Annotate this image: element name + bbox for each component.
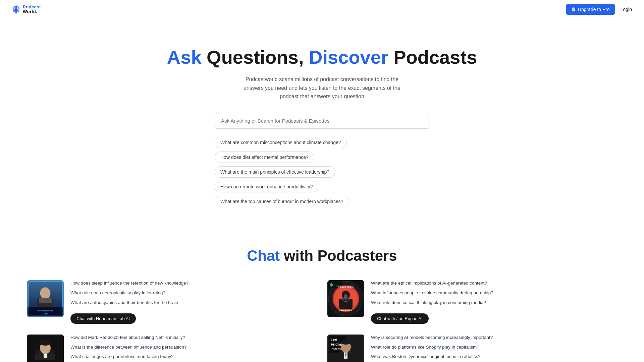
jre-q1: What are the ethical implications of AI-… <box>371 280 617 287</box>
svg-rect-5 <box>15 7 17 10</box>
search-input[interactable] <box>215 113 429 129</box>
svg-text:HUBERMAN: HUBERMAN <box>38 309 53 312</box>
doac-thumbnail: DOAC THE DIARY OF A CEO <box>27 335 64 362</box>
lex-questions: Why is securing AI models becoming incre… <box>371 335 617 362</box>
svg-text:DOAC: DOAC <box>38 361 52 362</box>
jre-q3: What role does critical thinking play in… <box>371 300 617 306</box>
lex-q1: Why is securing AI models becoming incre… <box>371 335 617 341</box>
doac-q1: How did Mark Randolph feel about selling… <box>70 335 317 341</box>
logo-icon <box>11 4 21 15</box>
svg-text:Lex: Lex <box>331 338 337 342</box>
svg-point-11 <box>40 287 51 299</box>
lex-artwork: Lex Fridman Podcast <box>327 335 364 362</box>
hero-section: Ask Questions, Discover Podcasts Podcast… <box>0 19 644 227</box>
doac-questions: How did Mark Randolph feel about selling… <box>70 335 317 362</box>
svg-text:Podcast: Podcast <box>331 347 342 351</box>
huberman-artwork: HUBERMAN LAB <box>28 280 63 317</box>
hero-subtitle: Podcastworld scans millions of podcast c… <box>235 75 409 101</box>
suggestion-pill-4[interactable]: How can remote work enhance productivity… <box>215 181 318 192</box>
suggestion-pill-3[interactable]: What are the main principles of effectiv… <box>215 166 335 178</box>
chat-section: Chat with Podcasters <box>0 227 644 362</box>
huberman-chat-button[interactable]: Chat with Huberman Lab AI <box>70 313 136 324</box>
header: Podcast World. Upgrade to Pro Login <box>0 0 644 19</box>
lex-q3: What was Boston Dynamics' original focus… <box>371 354 617 360</box>
podcast-card-huberman: HUBERMAN LAB How does sleep influence th… <box>27 280 317 324</box>
jre-q2: What influences people to value communit… <box>371 290 617 296</box>
podcast-card-doac: DOAC THE DIARY OF A CEO How did Mark Ran… <box>27 335 317 362</box>
lex-q2: What role do platforms like Shopify play… <box>371 344 617 351</box>
lex-thumbnail: Lex Fridman Podcast <box>327 335 364 362</box>
svg-text:LAB: LAB <box>43 312 48 315</box>
svg-rect-13 <box>39 298 52 303</box>
suggestion-pill-1[interactable]: What are common misconceptions about cli… <box>215 137 347 148</box>
svg-rect-14 <box>28 307 63 316</box>
svg-point-20 <box>330 283 333 287</box>
hero-title: Ask Questions, Discover Podcasts <box>7 46 637 68</box>
suggestion-pill-2[interactable]: How does diet affect mental performance? <box>215 152 314 163</box>
doac-q2: What is the difference between influence… <box>70 344 317 351</box>
svg-text:EXPERIENCE: EXPERIENCE <box>339 309 353 311</box>
jre-chat-button[interactable]: Chat with Joe Rogan AI <box>371 313 429 324</box>
jre-thumbnail: A SPOTIFY PODCAST THE JOE ROGAN EXPERIEN… <box>327 280 364 317</box>
huberman-q3: What are anthocyanins and their benefits… <box>70 300 317 306</box>
huberman-q2: What role does neuroplasticity play in l… <box>70 290 317 296</box>
svg-point-33 <box>40 340 51 346</box>
search-container <box>215 113 429 129</box>
podcast-card-lex: Lex Fridman Podcast <box>327 335 617 362</box>
podcasts-grid: HUBERMAN LAB How does sleep influence th… <box>27 280 617 362</box>
suggestion-pill-5[interactable]: What are the top causes of burnout in mo… <box>215 196 349 207</box>
login-button[interactable]: Login <box>619 4 633 15</box>
logo[interactable]: Podcast World. <box>11 4 41 15</box>
podcast-card-jre: A SPOTIFY PODCAST THE JOE ROGAN EXPERIEN… <box>327 280 617 324</box>
upgrade-button[interactable]: Upgrade to Pro <box>566 4 615 15</box>
jre-questions: What are the ethical implications of AI-… <box>371 280 617 324</box>
suggestion-pills: What are common misconceptions about cli… <box>215 137 429 207</box>
header-right: Upgrade to Pro Login <box>566 4 633 15</box>
chat-section-title: Chat with Podcasters <box>27 247 617 264</box>
logo-text: Podcast World. <box>23 4 41 14</box>
svg-text:THE JOE ROGAN: THE JOE ROGAN <box>337 286 354 288</box>
shield-icon <box>571 7 576 12</box>
huberman-q1: How does sleep influence the retention o… <box>70 280 317 287</box>
huberman-thumbnail: HUBERMAN LAB <box>27 280 64 317</box>
doac-artwork: DOAC THE DIARY OF A CEO <box>27 335 64 362</box>
svg-rect-26 <box>344 294 347 300</box>
svg-point-45 <box>341 340 351 345</box>
svg-rect-25 <box>339 299 353 309</box>
jre-artwork: A SPOTIFY PODCAST THE JOE ROGAN EXPERIEN… <box>327 280 364 317</box>
doac-q3: What challenges are partnerless men faci… <box>70 354 317 360</box>
huberman-questions: How does sleep influence the retention o… <box>70 280 317 324</box>
